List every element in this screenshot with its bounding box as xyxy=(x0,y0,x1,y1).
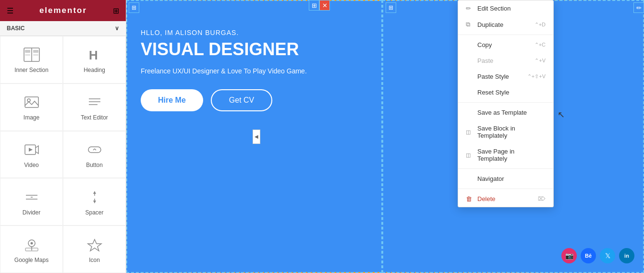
ctx-edit-section[interactable]: ✏ Edit Section xyxy=(458,0,553,16)
ctx-paste-style-shortcut: ⌃+⇧+V xyxy=(527,73,546,80)
svg-rect-7 xyxy=(25,97,38,107)
widget-icon[interactable]: Icon xyxy=(63,226,126,273)
widget-inner-section[interactable]: Inner Section xyxy=(0,36,63,83)
spacer-icon xyxy=(87,190,102,206)
widget-google-maps[interactable]: Google Maps xyxy=(0,226,63,273)
linkedin-icon[interactable]: in xyxy=(619,248,634,263)
widget-divider[interactable]: Divider xyxy=(0,178,63,226)
ctx-paste: Paste ⌃+V xyxy=(458,53,553,69)
hire-me-button[interactable]: Hire Me xyxy=(141,89,203,111)
canvas: ⊞ ✕ ⊞ ⊞ ◀ HLLO, IM ALISON BURGAS. VISUAL… xyxy=(126,0,644,273)
ctx-save-page-label: Save Page in Templately xyxy=(477,148,542,162)
save-page-icon: ◫ xyxy=(466,152,474,158)
get-cv-button[interactable]: Get CV xyxy=(211,89,272,111)
ctx-paste-shortcut: ⌃+V xyxy=(535,58,546,64)
section-label: BASIC ∨ xyxy=(0,21,126,36)
widget-heading[interactable]: H Heading xyxy=(63,36,126,83)
inner-section-icon xyxy=(24,47,40,64)
text-editor-icon xyxy=(87,95,102,111)
grid-icon[interactable]: ⊞ xyxy=(113,6,119,15)
svg-marker-27 xyxy=(88,239,101,251)
ctx-save-template[interactable]: Save as Template xyxy=(458,105,553,120)
widget-video[interactable]: Video xyxy=(0,131,63,178)
widget-image[interactable]: Image xyxy=(0,83,63,131)
ctx-divider-1 xyxy=(458,35,553,35)
button-label: Button xyxy=(86,162,103,168)
ctx-edit-section-label: Edit Section xyxy=(477,5,542,12)
topbar: ☰ elementor ⊞ xyxy=(0,0,126,21)
image-icon xyxy=(24,95,39,111)
svg-text:H: H xyxy=(89,48,98,62)
section-grid-handle[interactable]: ⊞ xyxy=(309,0,319,11)
svg-point-25 xyxy=(30,242,33,244)
section-top-bar: ⊞ ✕ xyxy=(309,0,330,11)
ctx-navigator[interactable]: Navigator xyxy=(458,171,553,187)
col-handle-left[interactable]: ⊞ xyxy=(129,2,139,13)
duplicate-icon: ⧉ xyxy=(466,21,474,28)
elementor-logo: elementor xyxy=(39,6,87,15)
behance-icon[interactable]: Bē xyxy=(581,248,596,263)
hamburger-icon[interactable]: ☰ xyxy=(7,6,13,15)
ctx-save-block-label: Save Block in Templately xyxy=(477,125,542,139)
svg-marker-21 xyxy=(93,191,96,194)
svg-marker-23 xyxy=(93,201,96,203)
video-icon xyxy=(24,142,39,159)
ctx-paste-style[interactable]: Paste Style ⌃+⇧+V xyxy=(458,69,553,84)
ctx-save-page[interactable]: ◫ Save Page in Templately xyxy=(458,143,553,166)
canvas-content: HLLO, IM ALISON BURGAS. VISUAL DESIGNER … xyxy=(126,0,644,126)
ctx-divider-2 xyxy=(458,102,553,103)
heading-icon: H xyxy=(87,47,102,64)
spacer-label: Spacer xyxy=(85,209,103,216)
instagram-icon[interactable]: 📷 xyxy=(561,248,577,263)
ctx-reset-style-label: Reset Style xyxy=(477,89,542,96)
section-label-text: BASIC xyxy=(7,25,24,32)
twitter-icon[interactable]: 𝕏 xyxy=(600,248,615,263)
ctx-delete-shortcut: ⌦ xyxy=(538,196,546,202)
edit-top-right-btn[interactable]: ✏ xyxy=(633,2,644,13)
ctx-delete[interactable]: 🗑 Delete ⌦ xyxy=(458,191,553,207)
svg-rect-5 xyxy=(33,54,38,56)
ctx-paste-style-label: Paste Style xyxy=(477,73,523,80)
collapse-arrow[interactable]: ◀ xyxy=(253,130,260,144)
ctx-divider-4 xyxy=(458,189,553,189)
google-maps-label: Google Maps xyxy=(14,257,49,263)
section-chevron-icon[interactable]: ∨ xyxy=(115,25,119,32)
svg-rect-3 xyxy=(33,50,38,53)
ctx-delete-label: Delete xyxy=(477,195,534,202)
ctx-save-template-label: Save as Template xyxy=(477,109,542,116)
edit-icon: ✏ xyxy=(466,5,474,12)
ctx-duplicate-shortcut: ⌃+D xyxy=(535,22,546,28)
ctx-reset-style[interactable]: Reset Style xyxy=(458,84,553,100)
title-text: VISUAL DESIGNER xyxy=(141,39,630,59)
ctx-copy-shortcut: ⌃+C xyxy=(535,42,546,48)
widgets-grid: Inner Section H Heading Image Text Edito… xyxy=(0,36,126,273)
ctx-copy[interactable]: Copy ⌃+C xyxy=(458,37,553,53)
widget-button[interactable]: Button xyxy=(63,131,126,178)
context-menu: ✏ Edit Section ⧉ Duplicate ⌃+D Copy ⌃+C … xyxy=(458,0,554,207)
svg-rect-4 xyxy=(25,54,30,56)
section-close-btn[interactable]: ✕ xyxy=(319,0,330,11)
ctx-duplicate-label: Duplicate xyxy=(477,21,531,28)
svg-rect-14 xyxy=(88,147,101,153)
delete-icon: 🗑 xyxy=(466,195,474,202)
svg-marker-13 xyxy=(29,148,33,152)
col-handle-right[interactable]: ⊞ xyxy=(386,2,396,13)
svg-line-16 xyxy=(95,149,96,150)
ctx-save-block[interactable]: ◫ Save Block in Templately xyxy=(458,120,553,143)
icon-widget-icon xyxy=(87,237,102,254)
widget-spacer[interactable]: Spacer xyxy=(63,178,126,226)
button-icon xyxy=(87,142,102,159)
btn-row: Hire Me Get CV xyxy=(141,89,630,111)
video-label: Video xyxy=(24,162,38,168)
ctx-divider-3 xyxy=(458,168,553,169)
ctx-copy-label: Copy xyxy=(477,41,531,48)
ctx-paste-label: Paste xyxy=(477,57,531,64)
subtitle-text: Freelance UX/UI Designer & Love To Play … xyxy=(141,67,630,75)
text-editor-label: Text Editor xyxy=(81,114,108,121)
ctx-duplicate[interactable]: ⧉ Duplicate ⌃+D xyxy=(458,16,553,33)
svg-rect-2 xyxy=(25,50,30,53)
sidebar: ☰ elementor ⊞ BASIC ∨ Inner Section H He… xyxy=(0,0,126,273)
widget-text-editor[interactable]: Text Editor xyxy=(63,83,126,131)
save-block-icon: ◫ xyxy=(466,129,474,135)
divider-label: Divider xyxy=(23,209,40,216)
